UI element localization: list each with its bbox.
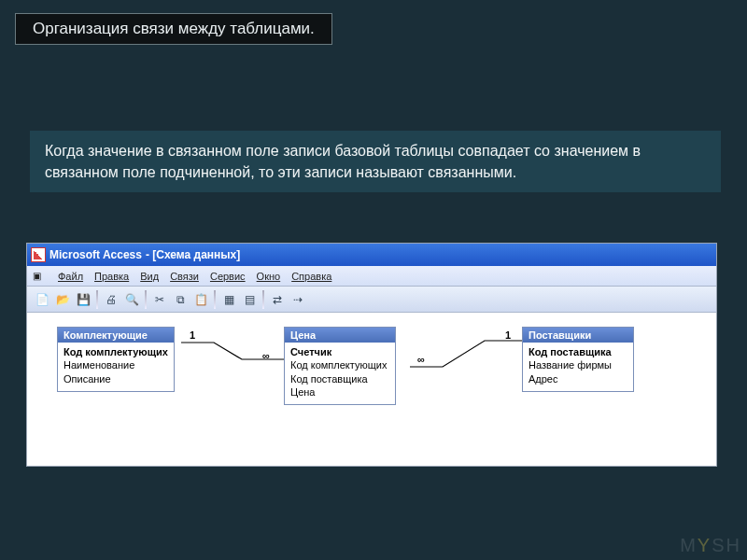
table-header: Поставщики [523,328,633,343]
field[interactable]: Цена [290,385,389,399]
paste-icon[interactable]: 📋 [191,290,210,309]
cardinality-many: ∞ [417,354,425,365]
new-icon[interactable]: 📄 [33,290,51,309]
access-app-icon [31,247,46,262]
menu-view[interactable]: Вид [140,271,159,282]
toolbar-separator [96,290,98,309]
table-header: Комплектующие [58,328,174,343]
cardinality-many: ∞ [262,350,270,361]
field-key[interactable]: Код поставщика [529,345,627,358]
show-all-icon[interactable]: ▤ [240,290,259,309]
field[interactable]: Название фирмы [529,358,627,371]
toolbar-separator [262,290,264,309]
titlebar-doc: - [Схема данных] [146,248,240,261]
show-direct-icon[interactable]: ⇢ [289,290,307,309]
field[interactable]: Код комплектующих [290,358,389,371]
field[interactable]: Описание [63,372,168,385]
toolbar-separator [145,290,147,309]
cardinality-one: 1 [505,329,511,341]
cardinality-one: 1 [190,329,195,341]
preview-icon[interactable]: 🔍 [122,290,141,309]
open-icon[interactable]: 📂 [53,290,72,309]
toolbar: 📄 📂 💾 🖨 🔍 ✂ ⧉ 📋 ▦ ▤ ⇄ ⇢ [27,287,716,313]
field-key[interactable]: Счетчик [290,345,389,358]
menu-help[interactable]: Справка [291,271,331,282]
print-icon[interactable]: 🖨 [102,290,120,309]
slide-text: Когда значение в связанном поле записи б… [30,131,721,192]
toolbar-separator [214,290,216,309]
field[interactable]: Адрес [529,372,627,385]
menu-edit[interactable]: Правка [94,271,129,282]
field[interactable]: Наименование [63,358,168,371]
field-key[interactable]: Код комплектующих [63,345,168,358]
document-menu-icon[interactable]: ▣ [33,271,47,281]
menu-tools[interactable]: Сервис [210,271,246,282]
watermark: MYSH [680,535,741,556]
menu-window[interactable]: Окно [257,271,281,282]
field[interactable]: Код поставщика [290,372,389,385]
menu-file[interactable]: Файл [58,271,83,282]
table-header: Цена [285,328,395,343]
menubar: ▣ Файл Правка Вид Связи Сервис Окно Спра… [27,266,716,287]
slide-title: Организация связи между таблицами. [15,13,332,45]
copy-icon[interactable]: ⧉ [171,290,190,309]
cut-icon[interactable]: ✂ [150,290,169,309]
relationships-icon[interactable]: ⇄ [268,290,287,309]
titlebar-app: Microsoft Access [49,248,142,261]
table-tsena[interactable]: Цена Счетчик Код комплектующих Код поста… [284,327,396,405]
add-table-icon[interactable]: ▦ [219,290,238,309]
menu-relations[interactable]: Связи [170,271,199,282]
table-komplektuyushchie[interactable]: Комплектующие Код комплектующих Наименов… [57,327,175,392]
table-postavshchiki[interactable]: Поставщики Код поставщика Название фирмы… [522,327,634,392]
access-window: Microsoft Access - [Схема данных] ▣ Файл… [26,243,717,467]
save-icon[interactable]: 💾 [74,290,92,309]
titlebar: Microsoft Access - [Схема данных] [27,244,716,266]
schema-canvas[interactable]: Комплектующие Код комплектующих Наименов… [27,313,716,466]
